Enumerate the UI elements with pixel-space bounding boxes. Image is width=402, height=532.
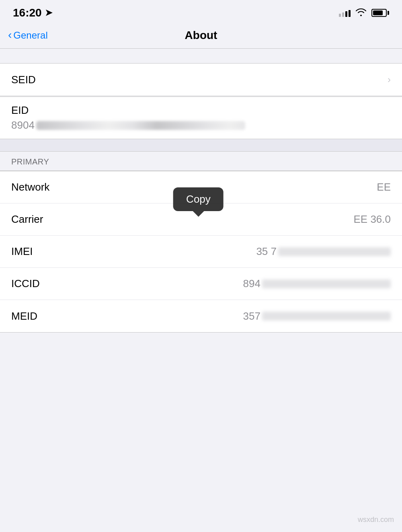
back-label: General: [13, 30, 47, 41]
signal-bar-1: [339, 14, 341, 17]
nav-bar: ‹ General About: [0, 24, 402, 49]
wifi-icon: [355, 8, 367, 18]
signal-bar-3: [345, 11, 347, 17]
primary-section-area: PRIMARY Network EE Carrier Copy EE 36.0: [0, 139, 402, 333]
meid-value-prefix: 357: [243, 310, 260, 322]
iccid-blurred-value: [262, 279, 391, 288]
copy-tooltip[interactable]: Copy: [173, 187, 224, 211]
imei-value-prefix: 35 7: [256, 245, 277, 258]
eid-label: EID: [11, 104, 29, 117]
seid-row[interactable]: SEID ›: [0, 64, 402, 96]
seid-label: SEID: [11, 74, 36, 86]
settings-section: SEID › EID 8904 PRIMARY Network EE: [0, 49, 402, 333]
imei-value-container: 35 7: [256, 245, 391, 258]
carrier-row[interactable]: Carrier Copy EE 36.0: [0, 203, 402, 236]
status-icons: [339, 8, 389, 18]
meid-row[interactable]: MEID 357: [0, 300, 402, 332]
imei-label: IMEI: [11, 245, 33, 258]
signal-bar-2: [342, 12, 344, 17]
imei-blurred-value: [278, 247, 391, 256]
network-value-text: EE: [377, 181, 391, 193]
back-chevron-icon: ‹: [8, 29, 12, 41]
status-bar: 16:20 ➤: [0, 0, 402, 24]
back-button[interactable]: ‹ General: [8, 30, 48, 41]
carrier-value-text: EE 36.0: [353, 213, 391, 226]
time-display: 16:20: [13, 6, 42, 19]
status-time-container: 16:20 ➤: [13, 6, 52, 19]
eid-value-prefix: 8904: [11, 119, 35, 131]
watermark: wsxdn.com: [358, 516, 394, 524]
iccid-label: ICCID: [11, 277, 40, 290]
meid-value-container: 357: [243, 310, 391, 322]
carrier-label: Carrier: [11, 213, 43, 226]
network-label: Network: [11, 181, 49, 193]
eid-blurred-value: [36, 121, 245, 130]
seid-value: ›: [384, 74, 391, 85]
meid-label: MEID: [11, 310, 37, 322]
iccid-row[interactable]: ICCID 894: [0, 268, 402, 300]
page-title: About: [185, 29, 217, 42]
network-value: EE: [377, 181, 391, 193]
imei-row[interactable]: IMEI 35 7: [0, 236, 402, 268]
seid-group: SEID ›: [0, 63, 402, 96]
primary-section-header: PRIMARY: [0, 151, 402, 171]
eid-group: EID 8904: [0, 97, 402, 139]
signal-bar-4: [349, 10, 351, 17]
eid-value-container: 8904: [11, 119, 245, 131]
seid-chevron-icon: ›: [388, 74, 391, 85]
carrier-value: EE 36.0: [353, 213, 391, 226]
eid-row[interactable]: EID 8904: [0, 97, 402, 139]
copy-tooltip-label: Copy: [186, 193, 211, 205]
iccid-value-prefix: 894: [243, 277, 260, 290]
network-group: Network EE Carrier Copy EE 36.0: [0, 171, 402, 333]
top-spacer: [0, 49, 402, 63]
meid-blurred-value: [262, 312, 391, 320]
signal-bars: [339, 9, 351, 17]
location-icon: ➤: [45, 8, 52, 18]
battery-icon: [371, 9, 389, 17]
primary-label: PRIMARY: [11, 157, 49, 166]
iccid-value-container: 894: [243, 277, 391, 290]
